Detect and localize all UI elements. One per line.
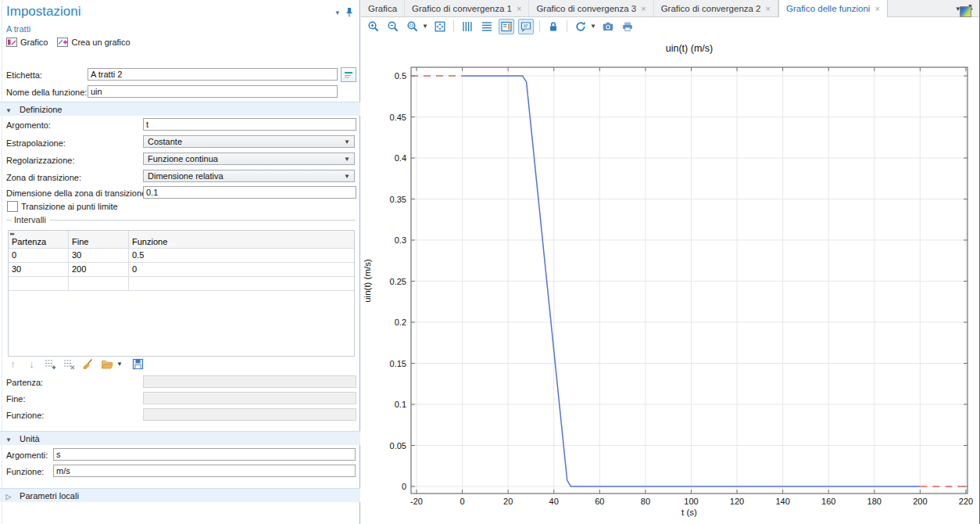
cell-funzione[interactable]: 0 (129, 263, 354, 277)
x-tick-label: -20 (410, 497, 423, 506)
start-field[interactable] (143, 375, 356, 388)
function-name-label: Nome della funzione: (6, 88, 87, 97)
refresh-icon[interactable] (573, 19, 588, 34)
plot-toolbar: ▼ ▼ (361, 17, 980, 35)
panel-menu-icon[interactable]: ▾ (335, 9, 339, 16)
zoom-out-icon[interactable] (385, 19, 401, 34)
lock-axes-icon[interactable] (545, 19, 561, 34)
zoom-box-icon[interactable] (405, 19, 420, 34)
cell-partenza[interactable] (9, 277, 69, 291)
clear-table-icon[interactable] (81, 357, 95, 371)
add-row-icon[interactable] (44, 357, 57, 371)
section-parametri-locali[interactable]: ▷ Parametri locali (0, 488, 360, 502)
argument-label: Argomento: (6, 120, 51, 130)
x-tick-label: 40 (549, 497, 559, 506)
pin-icon[interactable] (345, 7, 353, 17)
save-file-icon[interactable] (131, 357, 145, 371)
table-row[interactable] (9, 277, 354, 291)
section-unita[interactable]: ▼ Unità (0, 431, 360, 445)
tab-grafico-di-convergenza-1[interactable]: Grafico di convergenza 1× (405, 0, 529, 16)
tab-grafico-di-convergenza-2[interactable]: Grafico di convergenza 2× (654, 0, 778, 16)
tab-grafica[interactable]: Grafica (361, 0, 405, 16)
print-icon[interactable] (620, 19, 635, 34)
end-field[interactable] (143, 392, 356, 404)
end-field-label: Fine: (6, 394, 25, 404)
close-icon[interactable]: × (641, 4, 646, 13)
zoom-in-icon[interactable] (366, 19, 381, 34)
smoothing-label: Regolarizzazione: (6, 156, 74, 165)
unit-arguments-field[interactable] (53, 448, 356, 461)
transition-size-field[interactable] (143, 186, 356, 199)
tab-grafico-delle-funzioni[interactable]: Grafico delle funzioni× (778, 0, 888, 17)
intervals-table[interactable]: ▸▸ Partenza Fine Funzione 0 30 0.5 30 20… (8, 230, 355, 357)
x-tick-label: 160 (821, 497, 835, 506)
cell-partenza[interactable]: 30 (9, 263, 69, 277)
smoothing-dropdown[interactable]: Funzione continua ▼ (143, 153, 355, 165)
cell-fine[interactable]: 200 (69, 263, 129, 277)
collapse-triangle-icon: ▼ (0, 433, 17, 447)
unit-arguments-label: Argomenti: (6, 450, 48, 460)
function-name-field[interactable] (88, 85, 338, 98)
tab-grafico-di-convergenza-3[interactable]: Grafico di convergenza 3× (529, 0, 653, 16)
label-field[interactable] (88, 68, 338, 81)
label-field-label: Etichetta: (6, 70, 42, 80)
y-tick-label: 0.35 (390, 195, 406, 204)
extrapolation-dropdown[interactable]: Costante ▼ (143, 135, 355, 148)
x-axis-label: t (s) (681, 508, 697, 517)
section-definizione[interactable]: ▼ Definizione (0, 102, 360, 116)
plot-thumbnail-icon[interactable] (960, 6, 971, 17)
refresh-menu-icon[interactable]: ▼ (590, 23, 596, 30)
load-file-menu-icon[interactable]: ▼ (116, 361, 123, 368)
create-plot-icon (57, 38, 68, 47)
y-tick-label: 0.4 (395, 153, 406, 163)
unit-function-label: Funzione: (6, 467, 44, 476)
x-tick-label: 140 (775, 497, 789, 506)
legend-toggle-icon[interactable] (499, 19, 514, 34)
selected-node-link[interactable]: A tratti (6, 24, 30, 34)
cell-funzione[interactable] (129, 277, 354, 291)
argument-field[interactable] (143, 118, 356, 131)
x-tick-label: 0 (460, 497, 465, 506)
plot-canvas[interactable]: -20020406080100120140160180200220 00.050… (361, 35, 980, 524)
transition-zone-label: Zona di transizione: (6, 173, 81, 182)
plot-button[interactable]: Grafico (6, 38, 48, 47)
table-row[interactable]: 0 30 0.5 (9, 249, 354, 263)
x-tick-label: 100 (684, 497, 698, 506)
chevron-down-icon: ▼ (344, 173, 350, 180)
transition-size-label: Dimensione della zona di transizione: (6, 188, 148, 198)
create-plot-button[interactable]: Crea un grafico (57, 38, 130, 47)
intervals-legend: Intervalli (14, 215, 46, 224)
cell-funzione[interactable]: 0.5 (129, 249, 354, 263)
y-tick-label: 0.05 (390, 441, 406, 450)
close-icon[interactable]: × (517, 4, 521, 13)
y-tick-label: 0.5 (395, 71, 406, 81)
plot-window-icon (6, 38, 17, 47)
cell-fine[interactable]: 30 (69, 249, 129, 263)
close-icon[interactable]: × (766, 4, 771, 13)
x-tick-label: 60 (595, 497, 604, 506)
transition-zone-dropdown[interactable]: Dimensione relativa ▼ (143, 170, 355, 182)
close-icon[interactable]: × (874, 4, 879, 13)
function-field-label: Funzione: (6, 411, 44, 420)
zoom-extents-icon[interactable] (432, 19, 448, 34)
table-row[interactable]: 30 200 0 (9, 263, 354, 277)
cell-partenza[interactable]: 0 (9, 249, 69, 263)
cell-fine[interactable] (69, 277, 129, 291)
x-tick-label: 120 (730, 497, 744, 506)
delete-row-icon[interactable] (63, 357, 76, 371)
image-snapshot-icon[interactable] (600, 19, 616, 34)
y-tick-label: 0.45 (390, 113, 406, 122)
zoom-box-menu-icon[interactable]: ▼ (422, 23, 428, 30)
limit-transition-label: Transizione ai punti limite (21, 202, 118, 211)
move-down-icon[interactable]: ↓ (25, 357, 38, 371)
y-tick-label: 0.1 (395, 400, 406, 409)
rename-button[interactable] (341, 67, 356, 82)
tooltip-toggle-icon[interactable] (518, 19, 534, 34)
move-up-icon[interactable]: ↑ (6, 357, 20, 371)
load-file-icon[interactable] (100, 357, 113, 371)
x-axis-lines-icon[interactable] (460, 19, 475, 34)
unit-function-field[interactable] (53, 465, 356, 477)
function-field[interactable] (143, 408, 356, 421)
limit-transition-checkbox[interactable] (7, 201, 18, 212)
y-axis-lines-icon[interactable] (479, 19, 495, 34)
